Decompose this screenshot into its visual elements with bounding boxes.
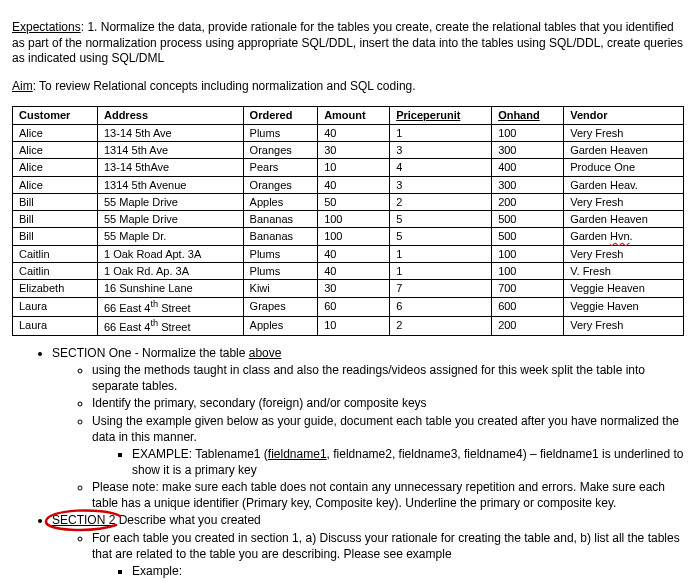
table-cell: 55 Maple Drive	[97, 193, 243, 210]
table-cell: 1	[390, 124, 492, 141]
table-cell: 7	[390, 280, 492, 297]
table-cell: Produce One	[564, 159, 684, 176]
data-table: CustomerAddressOrderedAmountPriceperunit…	[12, 106, 684, 335]
table-row: Alice1314 5th AvenueOranges403300Garden …	[13, 176, 684, 193]
table-cell: 100	[492, 245, 564, 262]
table-cell: Garden Heaven	[564, 211, 684, 228]
table-cell: 600	[492, 297, 564, 316]
table-cell: V. Fresh	[564, 263, 684, 280]
table-cell: 1314 5th Ave	[97, 141, 243, 158]
col-header: Onhand	[492, 107, 564, 124]
table-cell: 400	[492, 159, 564, 176]
col-header: Priceperunit	[390, 107, 492, 124]
sec1-example: EXAMPLE: Tablename1 (fieldname1, fieldna…	[132, 447, 684, 478]
table-cell: Very Fresh	[564, 245, 684, 262]
table-cell: Apples	[243, 193, 318, 210]
sec1-bullet-3: Using the example given below as your gu…	[92, 414, 684, 478]
table-cell: 60	[318, 297, 390, 316]
table-cell: Plums	[243, 124, 318, 141]
table-cell: 300	[492, 176, 564, 193]
table-cell: Pears	[243, 159, 318, 176]
table-cell: 30	[318, 280, 390, 297]
col-header: Ordered	[243, 107, 318, 124]
table-cell: Very Fresh	[564, 316, 684, 335]
table-row: Caitlin1 Oak Road Apt. 3APlums401100Very…	[13, 245, 684, 262]
section-two-heading: SECTION 2 Describe what you created For …	[52, 513, 684, 582]
table-cell: 200	[492, 193, 564, 210]
table-cell: Bill	[13, 193, 98, 210]
table-cell: Kiwi	[243, 280, 318, 297]
col-header: Amount	[318, 107, 390, 124]
table-cell: 1 Oak Road Apt. 3A	[97, 245, 243, 262]
table-cell: Alice	[13, 176, 98, 193]
table-cell: Very Fresh	[564, 193, 684, 210]
table-cell: Alice	[13, 124, 98, 141]
table-cell: 200	[492, 316, 564, 335]
table-cell: 100	[318, 211, 390, 228]
table-cell: 1	[390, 245, 492, 262]
aim-label: Aim	[12, 79, 33, 93]
sec1-bullet-1: using the methods taught in class and al…	[92, 363, 684, 394]
table-cell: Apples	[243, 316, 318, 335]
table-cell: 66 East 4th Street	[97, 297, 243, 316]
expectations-paragraph: Expectations: 1. Normalize the data, pro…	[12, 20, 684, 67]
section-one-title-above: above	[249, 346, 282, 360]
sec1-bullet-2: Identify the primary, secondary (foreign…	[92, 396, 684, 412]
table-cell: 700	[492, 280, 564, 297]
table-cell: 3	[390, 176, 492, 193]
table-cell: Veggie Haven	[564, 297, 684, 316]
table-cell: Grapes	[243, 297, 318, 316]
table-cell: 55 Maple Dr.	[97, 228, 243, 245]
aim-text: : To review Relational concepts includin…	[33, 79, 416, 93]
table-cell: 2	[390, 316, 492, 335]
col-header: Address	[97, 107, 243, 124]
col-header: Vendor	[564, 107, 684, 124]
table-cell: 1	[390, 263, 492, 280]
aim-paragraph: Aim: To review Relational concepts inclu…	[12, 79, 684, 95]
section-one-heading: SECTION One - Normalize the table above …	[52, 346, 684, 512]
table-cell: Caitlin	[13, 263, 98, 280]
table-cell: 13-14 5thAve	[97, 159, 243, 176]
table-row: Laura66 East 4th StreetApples102200Very …	[13, 316, 684, 335]
table-row: Bill55 Maple Dr.Bananas1005500Garden Hvn…	[13, 228, 684, 245]
table-cell: 5	[390, 211, 492, 228]
table-cell: Veggie Heaven	[564, 280, 684, 297]
table-cell: Plums	[243, 245, 318, 262]
section-one-title: SECTION One - Normalize the table	[52, 346, 249, 360]
table-cell: 55 Maple Drive	[97, 211, 243, 228]
table-cell: Bill	[13, 211, 98, 228]
table-row: Alice13-14 5thAvePears104400Produce One	[13, 159, 684, 176]
table-cell: 100	[492, 263, 564, 280]
table-cell: 50	[318, 193, 390, 210]
table-cell: 10	[318, 159, 390, 176]
table-cell: 40	[318, 124, 390, 141]
sec2-example: Example: The rationale for creating Tabl…	[132, 564, 684, 582]
table-cell: Bananas	[243, 228, 318, 245]
table-cell: Caitlin	[13, 245, 98, 262]
section-two-tail: Describe what you created	[115, 513, 260, 527]
table-cell: Plums	[243, 263, 318, 280]
table-cell: 6	[390, 297, 492, 316]
table-cell: 40	[318, 245, 390, 262]
table-cell: 40	[318, 263, 390, 280]
table-row: Elizabeth16 Sunshine LaneKiwi307700Veggi…	[13, 280, 684, 297]
table-cell: 13-14 5th Ave	[97, 124, 243, 141]
table-cell: Laura	[13, 316, 98, 335]
table-cell: 500	[492, 211, 564, 228]
table-cell: Bill	[13, 228, 98, 245]
table-row: Laura66 East 4th StreetGrapes606600Veggi…	[13, 297, 684, 316]
table-cell: Garden Heav.	[564, 176, 684, 193]
table-cell: Laura	[13, 297, 98, 316]
table-row: Caitlin1 Oak Rd. Ap. 3APlums401100V. Fre…	[13, 263, 684, 280]
table-cell: Very Fresh	[564, 124, 684, 141]
sec2-bullet-1: For each table you created in section 1,…	[92, 531, 684, 582]
table-cell: Alice	[13, 159, 98, 176]
table-cell: Garden Hvn.	[564, 228, 684, 245]
table-cell: 1 Oak Rd. Ap. 3A	[97, 263, 243, 280]
table-cell: 2	[390, 193, 492, 210]
sec1-bullet-4: Please note: make sure each table does n…	[92, 480, 684, 511]
table-cell: 40	[318, 176, 390, 193]
table-cell: 30	[318, 141, 390, 158]
table-cell: Bananas	[243, 211, 318, 228]
section-two-label: SECTION 2	[52, 513, 115, 527]
